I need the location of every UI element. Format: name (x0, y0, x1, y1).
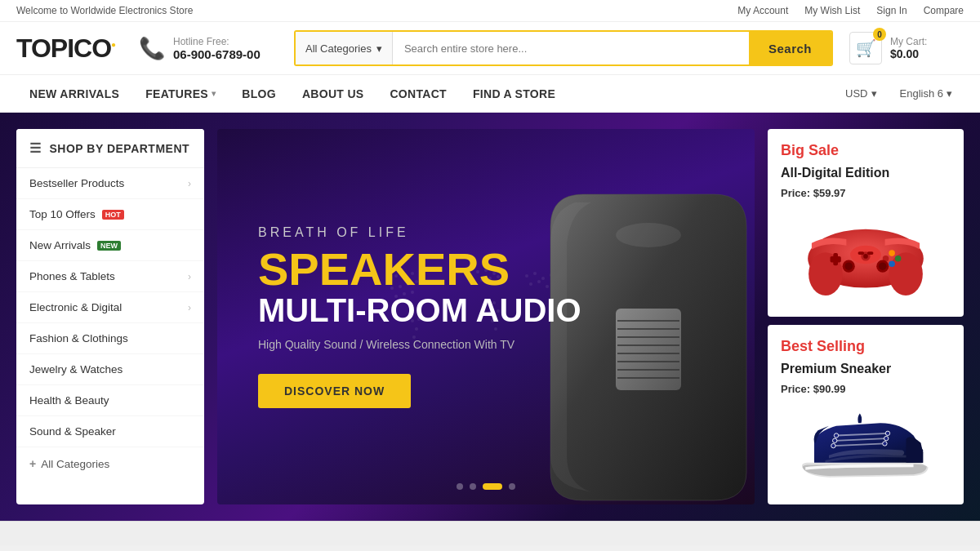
dot-4[interactable] (509, 483, 515, 490)
category-label: All Categories (305, 42, 372, 55)
best-selling-panel: Best Selling Premium Sneaker Price: $90.… (768, 325, 964, 504)
hotline-number: 06-900-6789-00 (173, 47, 261, 61)
panel-price-2: Price: $90.99 (781, 383, 951, 395)
category-select[interactable]: All Categories ▾ (296, 32, 393, 64)
svg-point-65 (845, 262, 853, 269)
nav-new-arrivals[interactable]: NEW ARRIVALS (16, 75, 132, 113)
logo[interactable]: TOPICO● (16, 33, 122, 64)
sneaker-image (781, 402, 951, 491)
language-selector[interactable]: English 6 ▾ (889, 75, 964, 113)
cart-amount: $0.00 (890, 47, 927, 60)
svg-point-74 (833, 438, 837, 442)
cart-info: My Cart: $0.00 (890, 36, 927, 60)
sidebar-all-categories[interactable]: + All Categories (16, 447, 204, 480)
svg-point-75 (884, 436, 889, 440)
svg-point-72 (834, 433, 838, 438)
nav-about[interactable]: ABOUT US (289, 75, 377, 113)
svg-point-56 (889, 252, 923, 295)
wish-list-link[interactable]: My Wish List (804, 5, 860, 16)
cart-area: 🛒 0 My Cart: $0.00 (849, 32, 964, 64)
chevron-down-icon: ▾ (376, 42, 382, 55)
svg-point-62 (889, 261, 895, 268)
phone-icon: 📞 (139, 36, 165, 61)
plus-icon: + (29, 457, 36, 470)
svg-point-69 (863, 254, 868, 259)
sidebar-item-electronic[interactable]: Electronic & Digital › (16, 292, 204, 323)
nav-contact[interactable]: CONTACT (376, 75, 460, 113)
sidebar-item-sound[interactable]: Sound & Speaker (16, 416, 204, 447)
chevron-down-icon: ▾ (871, 87, 877, 100)
chevron-down-icon: ▾ (947, 87, 952, 100)
hotline: 📞 Hotline Free: 06-900-6789-00 (139, 36, 278, 61)
svg-point-60 (889, 250, 895, 256)
svg-point-61 (895, 256, 902, 262)
sidebar-item-top-offers[interactable]: Top 10 Offers HOT (16, 199, 204, 230)
dot-3[interactable] (483, 483, 502, 490)
nav-right: USD ▾ English 6 ▾ (834, 75, 964, 113)
menu-icon: ☰ (29, 140, 42, 156)
footer-strip (0, 521, 980, 545)
svg-point-67 (879, 262, 886, 269)
hot-badge: HOT (102, 210, 124, 220)
big-sale-panel: Big Sale All-Digital Edition Price: $59.… (768, 129, 964, 317)
banner-dots (457, 483, 515, 490)
chevron-right-icon: › (188, 178, 191, 189)
cart-icon-button[interactable]: 🛒 0 (849, 32, 882, 64)
search-bar: All Categories ▾ Search (294, 30, 833, 66)
sidebar-item-bestseller[interactable]: Bestseller Products › (16, 168, 204, 199)
nav-items: NEW ARRIVALS FEATURES ▾ BLOG ABOUT US CO… (16, 75, 834, 113)
welcome-text: Welcome to Worldwide Electronics Store (16, 5, 193, 16)
panel-price-1: Price: $59.97 (781, 187, 951, 199)
nav-find-store[interactable]: FIND A STORE (460, 75, 568, 113)
dot-2[interactable] (470, 483, 476, 490)
hotline-label: Hotline Free: (173, 36, 261, 47)
banner-content: BREATH OF LIFE SPEAKERS MULTI-ROOM AUDIO… (217, 193, 622, 441)
svg-point-53 (616, 223, 681, 247)
cart-badge: 0 (873, 28, 886, 41)
nav-blog[interactable]: BLOG (229, 75, 289, 113)
hero-section: ☰ SHOP BY DEPARTMENT Bestseller Products… (0, 113, 980, 521)
panel-title-2: Premium Sneaker (781, 362, 951, 376)
svg-point-73 (885, 431, 889, 435)
cart-icon: 🛒 (856, 38, 876, 58)
svg-rect-71 (867, 251, 874, 255)
banner: BREATH OF LIFE SPEAKERS MULTI-ROOM AUDIO… (217, 129, 755, 504)
topbar: Welcome to Worldwide Electronics Store M… (0, 0, 980, 22)
main-nav: NEW ARRIVALS FEATURES ▾ BLOG ABOUT US CO… (0, 75, 980, 113)
search-input[interactable] (393, 32, 749, 64)
compare-link[interactable]: Compare (924, 5, 964, 16)
banner-description: High Quality Sound / Wireless Connection… (258, 338, 581, 351)
search-button[interactable]: Search (749, 32, 831, 64)
cart-label: My Cart: (890, 36, 927, 47)
sidebar-header: ☰ SHOP BY DEPARTMENT (16, 129, 204, 168)
sidebar-item-new-arrivals[interactable]: New Arrivals NEW (16, 230, 204, 261)
svg-point-76 (831, 443, 835, 447)
my-account-link[interactable]: My Account (737, 5, 788, 16)
new-badge: NEW (97, 241, 121, 251)
topbar-links: My Account My Wish List Sign In Compare (737, 5, 964, 16)
controller-image (781, 206, 951, 304)
right-panels: Big Sale All-Digital Edition Price: $59.… (768, 129, 964, 504)
currency-selector[interactable]: USD ▾ (834, 75, 888, 113)
nav-features[interactable]: FEATURES ▾ (132, 75, 229, 113)
svg-rect-59 (831, 256, 841, 263)
header: TOPICO● 📞 Hotline Free: 06-900-6789-00 A… (0, 22, 980, 75)
panel-tag-1: Big Sale (781, 142, 951, 159)
banner-subtitle: BREATH OF LIFE (258, 225, 581, 240)
sidebar: ☰ SHOP BY DEPARTMENT Bestseller Products… (16, 129, 204, 504)
banner-title-white: MULTI-ROOM AUDIO (258, 292, 581, 328)
sidebar-item-fashion[interactable]: Fashion & Clothings (16, 323, 204, 354)
sidebar-item-jewelry[interactable]: Jewelry & Watches (16, 354, 204, 385)
chevron-right-icon: › (188, 302, 191, 313)
sidebar-item-phones[interactable]: Phones & Tablets › (16, 261, 204, 292)
banner-title-yellow: SPEAKERS (258, 247, 581, 292)
discover-now-button[interactable]: DISCOVER NOW (258, 374, 411, 408)
dot-1[interactable] (457, 483, 463, 490)
chevron-right-icon: › (188, 271, 191, 282)
sidebar-item-health[interactable]: Health & Beauty (16, 385, 204, 416)
svg-rect-70 (858, 251, 865, 255)
panel-tag-2: Best Selling (781, 338, 951, 355)
sidebar-title: SHOP BY DEPARTMENT (50, 142, 190, 155)
panel-title-1: All-Digital Edition (781, 166, 951, 180)
sign-in-link[interactable]: Sign In (876, 5, 906, 16)
